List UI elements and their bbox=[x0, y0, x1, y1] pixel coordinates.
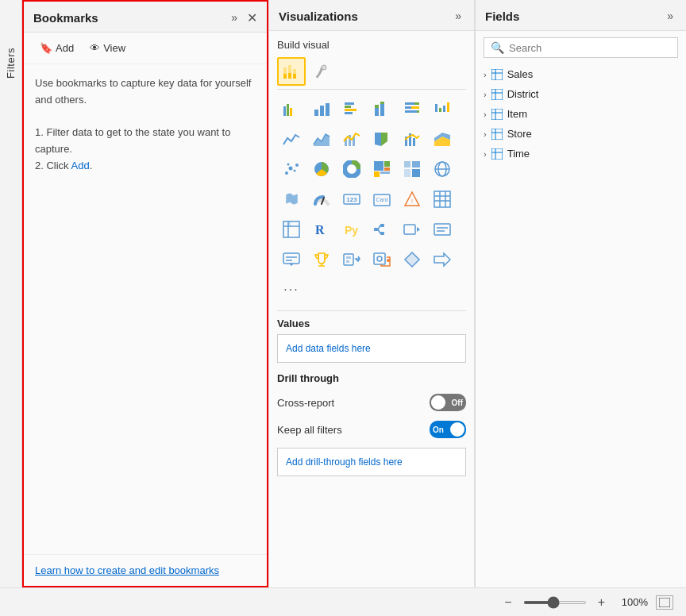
field-item-district[interactable]: › District bbox=[476, 84, 686, 104]
bookmarks-footer: Learn how to create and edit bookmarks bbox=[24, 554, 267, 586]
svg-rect-83 bbox=[374, 228, 378, 231]
viz-icon-line[interactable] bbox=[277, 125, 306, 153]
viz-icon-bar-100[interactable] bbox=[398, 94, 426, 123]
svg-rect-103 bbox=[374, 253, 385, 264]
svg-rect-99 bbox=[344, 254, 353, 265]
values-drop-zone[interactable]: Add data fields here bbox=[277, 334, 466, 363]
viz-icon-multirow-card[interactable]: ! bbox=[398, 185, 426, 214]
viz-icon-smart-narrative[interactable] bbox=[277, 245, 306, 274]
fit-page-btn[interactable] bbox=[656, 595, 673, 610]
field-item-time[interactable]: › Time bbox=[476, 144, 686, 164]
field-table-icon-sales bbox=[491, 69, 503, 80]
svg-rect-20 bbox=[380, 102, 384, 104]
viz-icon-matrix-visual[interactable] bbox=[277, 215, 306, 244]
search-input[interactable] bbox=[509, 42, 671, 54]
viz-icon-paint[interactable] bbox=[307, 57, 336, 86]
zoom-minus-btn[interactable]: − bbox=[501, 594, 514, 611]
viz-icon-video[interactable] bbox=[398, 215, 426, 244]
field-item-sales[interactable]: › Sales bbox=[476, 64, 686, 84]
viz-icon-waterfall[interactable] bbox=[428, 94, 457, 123]
svg-rect-88 bbox=[404, 225, 415, 234]
fields-title: Fields bbox=[485, 10, 519, 23]
svg-rect-19 bbox=[380, 104, 384, 116]
svg-marker-39 bbox=[381, 133, 387, 146]
filters-tab[interactable]: Filters bbox=[0, 0, 22, 587]
fields-collapse-btn[interactable]: » bbox=[664, 8, 676, 24]
svg-rect-32 bbox=[443, 106, 445, 112]
svg-rect-18 bbox=[375, 105, 379, 108]
viz-icon-bar-horizontal-cluster[interactable] bbox=[337, 94, 366, 123]
svg-rect-85 bbox=[380, 232, 384, 235]
bookmarks-header: Bookmarks » ✕ bbox=[24, 2, 267, 33]
viz-icon-ribbon[interactable] bbox=[368, 125, 396, 153]
zoom-plus-btn[interactable]: + bbox=[595, 594, 608, 611]
drill-drop-zone[interactable]: Add drill-through fields here bbox=[277, 448, 466, 476]
svg-marker-96 bbox=[289, 264, 294, 266]
keep-filters-toggle[interactable]: On bbox=[430, 421, 466, 438]
viz-icon-python[interactable]: Py bbox=[337, 215, 366, 244]
viz-icon-bar-cluster[interactable] bbox=[277, 94, 306, 123]
field-table-icon-item bbox=[491, 109, 503, 120]
viz-icon-gauge[interactable] bbox=[307, 185, 336, 214]
viz-icon-bar-line[interactable] bbox=[398, 125, 426, 153]
svg-line-86 bbox=[378, 225, 380, 229]
viz-icon-bar-stacked[interactable] bbox=[368, 94, 396, 123]
svg-text:Card: Card bbox=[376, 197, 387, 202]
viz-header: Visualizations » bbox=[269, 0, 474, 31]
viz-icon-kpi[interactable]: Card bbox=[368, 185, 396, 214]
bookmarks-view-btn[interactable]: 👁 View bbox=[83, 39, 132, 57]
svg-rect-42 bbox=[413, 138, 415, 146]
viz-icon-filled-map[interactable] bbox=[277, 185, 306, 214]
field-table-icon-district bbox=[491, 89, 503, 100]
svg-marker-108 bbox=[434, 253, 450, 266]
viz-icon-treemap[interactable] bbox=[368, 155, 396, 183]
values-section: Values Add data fields here bbox=[277, 318, 466, 363]
bookmarks-close-btn[interactable]: ✕ bbox=[247, 10, 257, 25]
field-item-item[interactable]: › Item bbox=[476, 104, 686, 124]
bookmarks-content: Use bookmarks to capture key data for yo… bbox=[24, 64, 267, 554]
viz-icon-trophy[interactable] bbox=[307, 245, 336, 274]
viz-icon-diamond[interactable] bbox=[398, 245, 426, 274]
svg-rect-115 bbox=[491, 109, 503, 120]
viz-icon-r[interactable]: R bbox=[307, 215, 336, 244]
field-chevron-sales: › bbox=[484, 70, 487, 79]
viz-icon-table[interactable] bbox=[428, 185, 457, 214]
viz-icon-key-influencers[interactable] bbox=[337, 245, 366, 274]
viz-icon-custom-map[interactable] bbox=[368, 245, 396, 274]
viz-icon-scatter[interactable] bbox=[277, 155, 306, 183]
viz-icon-bar-vertical[interactable] bbox=[307, 94, 336, 123]
field-name-sales: Sales bbox=[507, 68, 534, 80]
viz-icon-decomp-tree[interactable] bbox=[368, 215, 396, 244]
field-item-store[interactable]: › Store bbox=[476, 124, 686, 144]
viz-icon-area-stacked[interactable] bbox=[428, 125, 457, 153]
viz-icon-line-combo[interactable] bbox=[337, 125, 366, 153]
svg-rect-30 bbox=[435, 104, 437, 112]
svg-rect-28 bbox=[405, 110, 417, 113]
viz-icon-map[interactable] bbox=[428, 155, 457, 183]
bookmarks-header-controls: » ✕ bbox=[228, 10, 257, 25]
view-bookmark-icon: 👁 bbox=[90, 42, 100, 54]
zoom-percent: 100% bbox=[616, 596, 648, 608]
field-chevron-item: › bbox=[484, 110, 487, 119]
field-chevron-time: › bbox=[484, 149, 487, 159]
svg-point-52 bbox=[349, 166, 355, 172]
svg-rect-60 bbox=[404, 169, 410, 177]
viz-icon-more[interactable]: ··· bbox=[277, 275, 306, 304]
svg-rect-10 bbox=[314, 110, 318, 116]
viz-icon-matrix[interactable] bbox=[398, 155, 426, 183]
cross-report-toggle[interactable]: Off bbox=[430, 394, 466, 411]
zoom-slider[interactable] bbox=[523, 601, 587, 604]
bookmarks-add-btn[interactable]: 🔖 Add bbox=[33, 39, 80, 57]
viz-icon-card[interactable]: 123 bbox=[337, 185, 366, 214]
bookmarks-collapse-btn[interactable]: » bbox=[228, 10, 241, 25]
bookmarks-learn-link[interactable]: Learn how to create and edit bookmarks bbox=[35, 564, 219, 576]
viz-icon-arrow-shape[interactable] bbox=[428, 245, 457, 274]
viz-icon-stacked-bar[interactable] bbox=[277, 57, 306, 86]
viz-icon-area[interactable] bbox=[307, 125, 336, 153]
svg-rect-93 bbox=[283, 253, 299, 264]
viz-icon-text-box[interactable] bbox=[428, 215, 457, 244]
svg-rect-25 bbox=[405, 106, 411, 109]
viz-icon-donut[interactable] bbox=[337, 155, 366, 183]
viz-collapse-btn[interactable]: » bbox=[452, 8, 464, 24]
viz-icon-pie[interactable] bbox=[307, 155, 336, 183]
